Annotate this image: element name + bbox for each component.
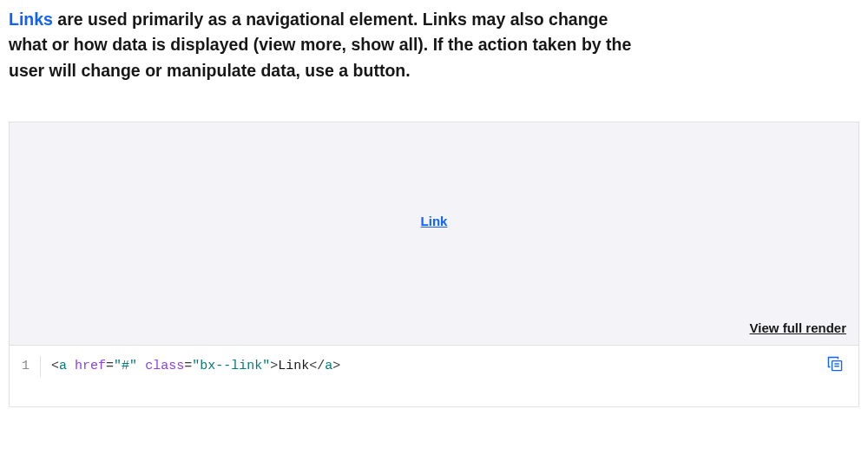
example-container: Link View full render 1 <a href="#" clas… xyxy=(9,122,859,407)
code-token: a xyxy=(325,359,332,373)
code-token xyxy=(137,359,145,373)
code-token: < xyxy=(51,359,59,373)
code-token: "bx--link" xyxy=(192,359,270,373)
code-line-number: 1 xyxy=(22,356,41,377)
code-panel: 1 <a href="#" class="bx--link">Link</a> xyxy=(10,345,858,406)
code-token: </ xyxy=(309,359,325,373)
intro-rest-text: are used primarily as a navigational ele… xyxy=(9,10,631,80)
code-token xyxy=(67,359,75,373)
demo-link[interactable]: Link xyxy=(421,214,448,228)
code-line: <a href="#" class="bx--link">Link</a> xyxy=(51,356,340,377)
render-panel: Link xyxy=(10,122,858,320)
intro-paragraph: Links are used primarily as a navigation… xyxy=(9,7,651,83)
code-token: class xyxy=(145,359,184,373)
copy-icon xyxy=(825,354,845,377)
code-token: a xyxy=(59,359,67,373)
code-token: Link xyxy=(278,359,309,373)
code-token: = xyxy=(106,359,114,373)
intro-links-link[interactable]: Links xyxy=(9,10,53,29)
code-token: = xyxy=(184,359,192,373)
code-token: > xyxy=(332,359,340,373)
code-token: > xyxy=(270,359,278,373)
copy-code-button[interactable] xyxy=(824,354,846,377)
view-full-render-bar: View full render xyxy=(10,320,858,345)
code-token: href xyxy=(75,359,106,373)
view-full-render-link[interactable]: View full render xyxy=(750,320,846,335)
code-token: "#" xyxy=(114,359,137,373)
